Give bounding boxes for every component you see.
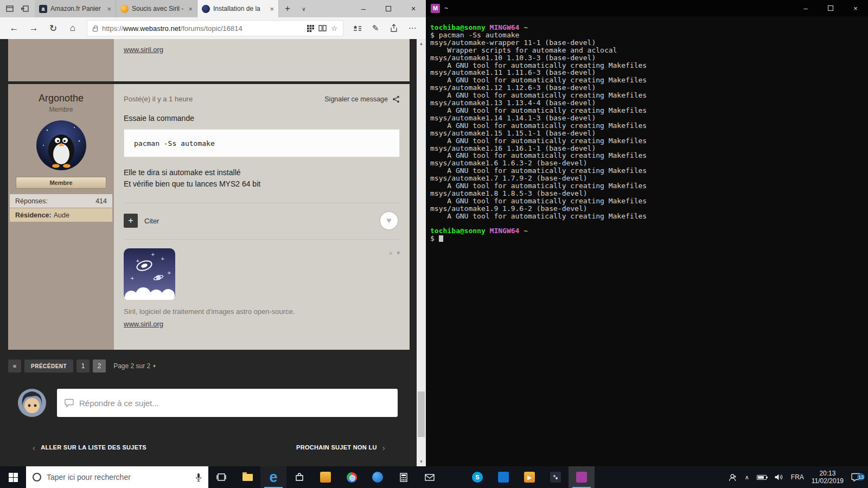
- terminal-maximize-button[interactable]: [818, 0, 843, 16]
- card-caption: Siril, logiciel de traitement d'images a…: [124, 307, 400, 316]
- previous-post-siril-link[interactable]: www.siril.org: [124, 46, 163, 54]
- share-icon[interactable]: [385, 20, 403, 37]
- taskbar-search-box[interactable]: Taper ici pour rechercher: [26, 466, 208, 488]
- scrollbar-thumb[interactable]: [418, 391, 425, 437]
- author-role: Membre: [8, 106, 114, 113]
- tab-installation-active[interactable]: Installation de la ×: [197, 0, 279, 17]
- share-post-icon[interactable]: [392, 95, 400, 103]
- msys2-icon: M: [431, 4, 440, 13]
- tab-soucis-siril[interactable]: Soucis avec Siril - As ×: [116, 0, 197, 17]
- next-unread-topic-link[interactable]: PROCHAIN SUJET NON LU ›: [296, 443, 385, 452]
- page-1-button[interactable]: 1: [76, 359, 90, 373]
- author-avatar[interactable]: [36, 120, 86, 170]
- maximize-icon: [386, 6, 391, 11]
- siril-logo-image[interactable]: +++++: [124, 248, 175, 300]
- more-options-icon[interactable]: ⋯: [403, 20, 422, 37]
- first-page-button[interactable]: «: [8, 359, 21, 373]
- tab-close-icon[interactable]: ×: [188, 5, 193, 13]
- multiquote-button[interactable]: +: [124, 214, 138, 228]
- taskbar-app-amber[interactable]: [312, 466, 339, 488]
- svg-text:+: +: [161, 256, 165, 261]
- webastro-favicon: [120, 5, 129, 13]
- quote-button[interactable]: Citer: [144, 217, 159, 225]
- tab-close-icon[interactable]: ×: [270, 5, 274, 13]
- taskbar-skype[interactable]: S: [464, 466, 490, 488]
- terminal-output[interactable]: tochiba@sonny MINGW64 ~$ pacman -Ss auto…: [430, 24, 866, 242]
- start-button[interactable]: [0, 466, 26, 488]
- url-text: https://www.webastro.net/forums/topic/16…: [102, 24, 303, 33]
- calculator-icon: [400, 473, 407, 482]
- post-text-line: Elle te dira si automake est installé: [124, 167, 400, 178]
- browser-minimize-button[interactable]: –: [351, 0, 376, 17]
- reading-view-icon[interactable]: [318, 25, 327, 31]
- browser-scrollbar[interactable]: ▲ ▼: [417, 39, 426, 466]
- browser-maximize-button[interactable]: [376, 0, 401, 17]
- taskbar-store[interactable]: [286, 466, 312, 488]
- member-badge: Membre: [16, 177, 106, 189]
- taskbar-calculator[interactable]: [391, 466, 417, 488]
- tab-list-chevron-icon[interactable]: ∨: [296, 0, 311, 17]
- tray-show-hidden-icons[interactable]: ∧: [741, 474, 753, 481]
- address-bar[interactable]: https://www.webastro.net/forums/topic/16…: [87, 20, 343, 36]
- browser-close-button[interactable]: ×: [401, 0, 426, 17]
- page-2-button[interactable]: 2: [93, 359, 106, 373]
- previous-page-button[interactable]: PRÉCÉDENT: [24, 359, 73, 373]
- microphone-icon[interactable]: [195, 473, 202, 482]
- taskbar-chrome[interactable]: [339, 466, 365, 488]
- forward-button[interactable]: →: [24, 20, 43, 37]
- amazon-favicon: a: [39, 5, 47, 13]
- reply-input[interactable]: Répondre à ce sujet...: [57, 389, 398, 417]
- refresh-button[interactable]: ↻: [43, 20, 63, 37]
- set-aside-tabs-icon[interactable]: [18, 2, 32, 15]
- taskbar-mail[interactable]: [417, 466, 443, 488]
- browser-toolbar: ← → ↻ ⌂ https://www.webastro.net/forums/…: [0, 17, 426, 39]
- reply-section: Répondre à ce sujet...: [8, 389, 410, 417]
- taskbar-msys2[interactable]: [569, 466, 595, 488]
- taskbar-app-dark[interactable]: [542, 466, 569, 488]
- chevron-right-icon: ›: [382, 443, 385, 452]
- home-button[interactable]: ⌂: [63, 20, 82, 37]
- new-tab-button[interactable]: +: [279, 0, 296, 17]
- card-options-chevron-icon[interactable]: ▾: [397, 249, 400, 256]
- annotate-pen-icon[interactable]: ✎: [366, 20, 385, 37]
- browser-tab-bar: a Amazon.fr Panier × Soucis avec Siril -…: [0, 0, 426, 17]
- extension-grid-icon[interactable]: [307, 25, 314, 32]
- svg-text:+: +: [130, 275, 135, 281]
- author-name[interactable]: Argonothe: [8, 93, 114, 104]
- post-content: Posté(e) il y a 1 heure Signaler ce mess…: [114, 84, 410, 350]
- taskbar-video-app[interactable]: ▶: [516, 466, 542, 488]
- like-button[interactable]: ♥: [379, 211, 399, 230]
- tab-preview-icon[interactable]: [3, 2, 17, 15]
- card-siril-link[interactable]: www.siril.org: [124, 320, 163, 328]
- favorites-hub-icon[interactable]: [348, 20, 366, 37]
- terminal-minimize-button[interactable]: –: [793, 0, 818, 16]
- taskbar-task-view[interactable]: [208, 466, 234, 488]
- action-center-button[interactable]: 13: [847, 473, 865, 481]
- tray-clock[interactable]: 20:13 11/02/2019: [808, 470, 847, 485]
- scroll-down-arrow[interactable]: ▼: [417, 457, 426, 466]
- tray-volume-icon[interactable]: [770, 473, 787, 481]
- tray-time: 20:13: [819, 470, 835, 477]
- taskbar-file-explorer[interactable]: [234, 466, 260, 488]
- add-favorite-star-icon[interactable]: ☆: [331, 24, 337, 33]
- tab-close-icon[interactable]: ×: [107, 5, 111, 13]
- scroll-up-arrow[interactable]: ▲: [417, 39, 426, 48]
- terminal-title-bar[interactable]: M ~ – ×: [426, 0, 868, 16]
- taskbar-edge[interactable]: e: [260, 466, 286, 488]
- tray-language-indicator[interactable]: FRA: [787, 473, 808, 481]
- tray-people-icon[interactable]: [725, 473, 741, 481]
- back-button[interactable]: ←: [4, 20, 24, 37]
- task-view-icon: [216, 473, 226, 481]
- go-to-topic-list-link[interactable]: ‹ ALLER SUR LA LISTE DES SUJETS: [33, 443, 146, 452]
- tab-amazon[interactable]: a Amazon.fr Panier ×: [35, 0, 116, 17]
- folder-icon: [242, 474, 253, 481]
- tray-battery-icon[interactable]: [753, 475, 770, 480]
- card-close-icon[interactable]: ×: [389, 250, 392, 256]
- terminal-close-button[interactable]: ×: [843, 0, 868, 16]
- page-indicator[interactable]: Page 2 sur 2 ▾: [113, 362, 156, 370]
- blue-window-app-icon: [498, 472, 509, 483]
- taskbar-app-blue-window[interactable]: [490, 466, 516, 488]
- taskbar-app-blue-circle[interactable]: [365, 466, 391, 488]
- report-post-link[interactable]: Signaler ce message: [324, 95, 400, 103]
- terminal-title: ~: [444, 4, 448, 12]
